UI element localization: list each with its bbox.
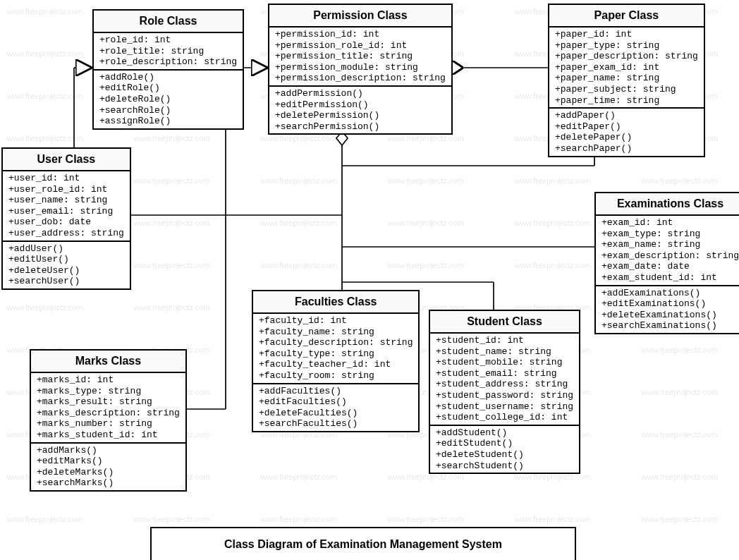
class-member: +addPaper() [555,110,698,121]
class-member: +paper_time: string [555,95,698,106]
attrs-section: +paper_id: int+paper_type: string+paper_… [549,28,704,109]
watermark-text: www.freeprojectz.com [7,92,83,100]
watermark-text: www.freeprojectz.com [134,219,210,227]
ops-section: +addStudent()+editStudent()+deleteStuden… [430,426,579,473]
watermark-text: www.freeprojectz.com [388,134,464,142]
class-member: +user_address: string [8,228,124,239]
class-member: +paper_id: int [555,29,698,40]
class-member: +addUser() [8,243,124,255]
diagram-title: Class Diagram of Examination Management … [150,527,576,560]
class-member: +faculty_room: string [259,370,413,382]
class-member: +marks_type: string [37,386,180,397]
class-member: +marks_result: string [37,396,180,408]
class-member: +student_username: string [436,401,573,413]
class-member: +searchMarks() [37,477,180,489]
attrs-section: +faculty_id: int+faculty_name: string+fa… [253,314,418,384]
class-member: +marks_id: int [37,375,180,386]
watermark-text: www.freeprojectz.com [261,261,337,269]
attrs-section: +user_id: int+user_role_id: int+user_nam… [3,171,130,242]
watermark-text: www.freeprojectz.com [642,388,718,396]
class-member: +permission_role_id: int [275,40,446,51]
watermark-text: www.freeprojectz.com [7,303,83,312]
class-student: Student Class +student_id: int+student_n… [429,310,580,474]
attrs-section: +student_id: int+student_name: string+st… [430,334,579,426]
watermark-text: www.freeprojectz.com [7,134,83,142]
class-member: +user_dob: date [8,217,124,228]
class-member: +student_name: string [436,346,573,358]
class-member: +faculty_teacher_id: int [259,359,413,370]
watermark-text: www.freeprojectz.com [7,49,83,58]
class-member: +student_college_id: int [436,412,573,423]
class-member: +deleteStudent() [436,449,573,461]
watermark-text: www.freeprojectz.com [134,134,210,142]
class-member: +permission_title: string [275,51,446,62]
class-member: +searchExaminations() [601,320,739,331]
attrs-section: +permission_id: int+permission_role_id: … [269,28,451,87]
class-member: +editExaminations() [601,298,739,310]
class-member: +exam_id: int [601,217,739,229]
class-title: Marks Class [31,351,185,373]
class-member: +addStudent() [436,427,573,439]
watermark-text: www.freeprojectz.com [388,515,464,523]
class-member: +searchPaper() [555,143,698,154]
class-member: +marks_description: string [37,408,180,419]
watermark-text: www.freeprojectz.com [642,346,718,354]
watermark-text: www.freeprojectz.com [388,176,464,185]
class-member: +faculty_description: string [259,337,413,348]
watermark-text: www.freeprojectz.com [642,176,718,185]
attrs-section: +marks_id: int+marks_type: string+marks_… [31,373,185,444]
class-member: +marks_number: string [37,418,180,430]
class-member: +addPermission() [275,88,446,99]
class-member: +addExaminations() [601,288,739,299]
class-member: +deletePermission() [275,110,446,121]
class-member: +student_id: int [436,335,573,346]
ops-section: +addExaminations()+editExaminations()+de… [596,286,739,333]
attrs-section: +role_id: int+role_title: string+role_de… [94,33,243,71]
watermark-text: www.freeprojectz.com [261,219,337,227]
class-marks: Marks Class +marks_id: int+marks_type: s… [30,349,187,492]
class-member: +searchStudent() [436,461,573,472]
class-member: +exam_type: string [601,229,739,240]
class-member: +editStudent() [436,438,573,449]
class-member: +faculty_type: string [259,348,413,360]
class-member: +faculty_name: string [259,327,413,338]
attrs-section: +exam_id: int+exam_type: string+exam_nam… [596,216,739,286]
class-member: +paper_description: string [555,51,698,62]
class-member: +editPaper() [555,121,698,133]
class-member: +role_description: string [99,56,237,68]
class-member: +paper_exam_id: int [555,62,698,73]
class-member: +addRole() [99,72,237,83]
ops-section: +addPaper()+editPaper()+deletePaper()+se… [549,109,704,155]
watermark-text: www.freeprojectz.com [261,176,337,185]
class-member: +user_role_id: int [8,184,124,195]
ops-section: +addFaculties()+editFaculties()+deleteFa… [253,384,418,431]
class-member: +student_email: string [436,368,573,379]
watermark-text: www.freeprojectz.com [515,515,591,523]
class-member: +exam_student_id: int [601,272,739,284]
class-member: +user_name: string [8,195,124,206]
class-member: +deleteUser() [8,265,124,276]
class-member: +addFaculties() [259,386,413,397]
ops-section: +addUser()+editUser()+deleteUser()+searc… [3,242,130,288]
watermark-text: www.freeprojectz.com [134,303,210,312]
watermark-text: www.freeprojectz.com [134,261,210,269]
class-member: +addMarks() [37,445,180,456]
class-member: +permission_description: string [275,73,446,84]
class-member: +editRole() [99,83,237,94]
class-member: +paper_subject: string [555,84,698,95]
watermark-text: www.freeprojectz.com [642,473,718,481]
watermark-text: www.freeprojectz.com [388,219,464,227]
class-faculties: Faculties Class +faculty_id: int+faculty… [252,290,420,432]
class-member: +role_title: string [99,46,237,57]
class-member: +deleteMarks() [37,467,180,478]
watermark-text: www.freeprojectz.com [7,515,83,523]
class-member: +deleteFaculties() [259,408,413,419]
class-title: Faculties Class [253,291,418,314]
class-member: +faculty_id: int [259,315,413,327]
watermark-text: www.freeprojectz.com [515,219,591,227]
class-title: Student Class [430,311,579,334]
class-member: +permission_module: string [275,62,446,73]
class-member: +user_id: int [8,173,124,184]
class-examinations: Examinations Class +exam_id: int+exam_ty… [594,192,739,334]
class-paper: Paper Class +paper_id: int+paper_type: s… [548,4,705,157]
